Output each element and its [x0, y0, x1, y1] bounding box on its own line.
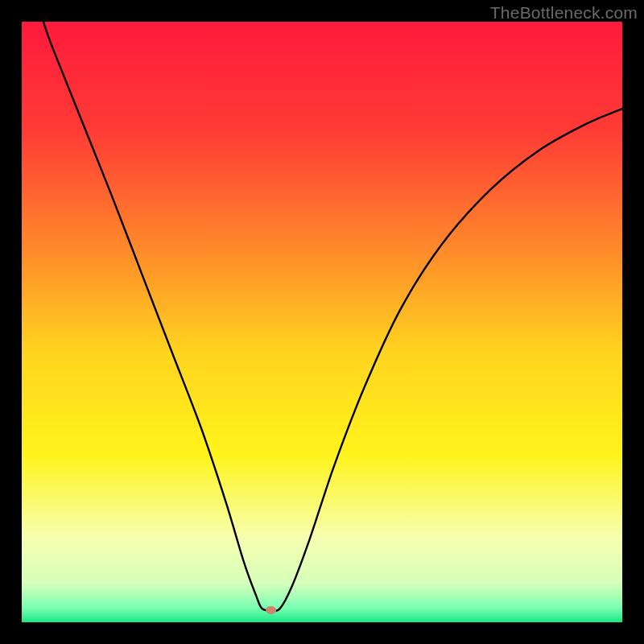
- chart-svg: [22, 22, 622, 622]
- watermark-label: TheBottleneck.com: [490, 3, 638, 23]
- chart-frame: [22, 22, 622, 622]
- optimum-marker: [266, 606, 276, 614]
- gradient-background: [22, 22, 622, 622]
